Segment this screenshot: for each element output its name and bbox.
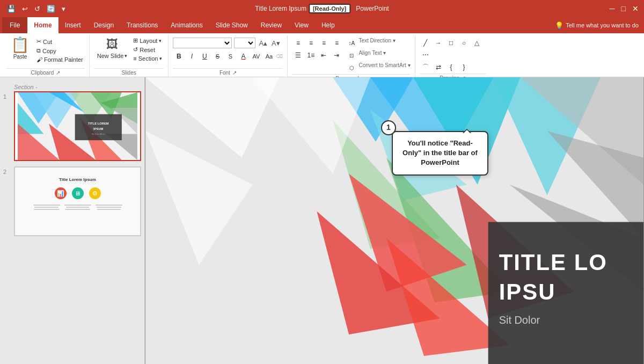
ribbon: File Home Insert Design Transitions Anim… [0,17,644,77]
callout: 1 You'll notice "Read-Only" in the title… [392,131,488,176]
slides-panel: Section - 1 [0,77,145,364]
textshadow-button[interactable]: S [224,51,236,62]
indent-dec-btn[interactable]: ⇤ [318,50,330,61]
layout-button[interactable]: ⊞ Layout ▾ [131,37,164,45]
font-top-row: A▴ A▾ [173,35,281,49]
tab-design[interactable]: Design [87,17,120,33]
indent-inc-btn[interactable]: ⇥ [331,50,342,61]
callout-text: You'll notice "Read-Only" in the title b… [402,139,478,166]
title-bar-title: Title Lorem Ipsum [Read-Only] PowerPoint [255,4,389,13]
font-expand-icon[interactable]: ↗ [232,70,237,76]
section-icon: ≡ [133,55,136,62]
tab-transitions[interactable]: Transitions [120,17,164,33]
charspacing-button[interactable]: AV [250,51,262,62]
search-prompt[interactable]: Tell me what you want to do [566,22,639,28]
paste-label: Paste [13,54,27,60]
cut-icon: ✂ [36,38,41,45]
copy-button[interactable]: ⧉ Copy [35,47,85,55]
reset-icon: ↺ [133,46,138,53]
copy-icon: ⧉ [36,47,41,54]
tab-insert[interactable]: Insert [58,17,87,33]
redo-icon[interactable]: ↺ [33,5,42,13]
text-direction-btn[interactable]: ↕A [346,38,357,48]
paste-button[interactable]: 📋 Paste [6,35,34,62]
app-name: PowerPoint [356,5,389,12]
font-size-select[interactable] [234,38,255,48]
slide1-svg: TITLE LOREM IPSUM Sit Dolor Amet [15,92,140,160]
tab-home[interactable]: Home [27,17,58,33]
decrease-font-btn[interactable]: A▾ [270,39,281,47]
slide2-number: 2 [3,166,11,175]
slide2-icon2: 🖥 [72,187,84,199]
new-slide-label: New Slide [97,53,124,59]
shape-r1-btn[interactable]: ⌒ [420,62,431,72]
section-button[interactable]: ≡ Section ▾ [131,55,164,62]
clipboard-group: 📋 Paste ✂ Cut ⧉ Copy 🖌 Format Painter [2,35,90,77]
strikethrough-button[interactable]: S [211,51,223,62]
svg-text:Sit Dolor: Sit Dolor [499,314,540,326]
svg-text:Sit Dolor Amet: Sit Dolor Amet [92,133,106,135]
undo-icon[interactable]: ↩ [20,5,30,13]
tab-help[interactable]: Help [315,17,341,33]
shape-rect-btn[interactable]: □ [445,38,457,48]
shape-arrow-btn[interactable]: → [433,38,444,48]
lightbulb-icon: 💡 [555,21,564,30]
shape-line-btn[interactable]: ╱ [420,38,431,48]
italic-button[interactable]: I [186,51,197,62]
title-bar: 💾 ↩ ↺ 🔄 ▾ Title Lorem Ipsum [Read-Only] … [0,0,644,17]
callout-number: 1 [381,120,396,135]
convert-smartart-btn[interactable]: ⬡ [346,62,357,73]
paragraph-group: ≡ ≡ ≡ ≡ ☰ 1≡ ⇤ ⇥ ↕A Text Direc [288,35,415,77]
numbering-btn[interactable]: 1≡ [305,50,317,61]
font-label: Font ↗ [173,68,283,77]
shape-r2-btn[interactable]: ⇄ [433,62,444,72]
font-clear-btn[interactable]: ⌫ [276,54,283,59]
slide1-thumbnail[interactable]: TITLE LOREM IPSUM Sit Dolor Amet [14,91,141,161]
reset-button[interactable]: ↺ Reset [131,46,164,54]
tab-review[interactable]: Review [254,17,288,33]
slide2-thumbnail[interactable]: Title Lorem Ipsum 📊 🖥 ⚙ [14,166,141,236]
close-btn[interactable]: ✕ [632,4,639,13]
justify-btn[interactable]: ≡ [331,38,342,48]
align-right-btn[interactable]: ≡ [318,38,330,48]
tab-animations[interactable]: Animations [164,17,209,33]
align-text-btn[interactable]: ⊡ [346,50,357,61]
cut-button[interactable]: ✂ Cut [35,38,85,46]
new-slide-button[interactable]: 🖼 New Slide ▾ [94,35,131,61]
slide2-col2 [64,205,91,210]
svg-text:IPSUM: IPSUM [93,127,104,130]
clipboard-expand-icon[interactable]: ↗ [56,70,60,76]
drawing-group: ╱ → □ ○ △ ⋯ ⌒ ⇄ { } Drawing [415,35,491,77]
slide2-icon3: ⚙ [89,187,101,199]
align-left-btn[interactable]: ≡ [292,38,304,48]
fontsize-direct-button[interactable]: Aa [263,51,275,62]
tab-view[interactable]: View [288,17,315,33]
title-bar-left: 💾 ↩ ↺ 🔄 ▾ [5,5,67,13]
slide2-bg: Title Lorem Ipsum 📊 🖥 ⚙ [15,168,140,235]
bold-button[interactable]: B [173,51,185,62]
underline-button[interactable]: U [199,51,210,62]
shape-circle-btn[interactable]: ○ [458,38,470,48]
bullets-btn[interactable]: ☰ [292,50,304,61]
shape-tri-btn[interactable]: △ [471,38,483,48]
fontcolor-button[interactable]: A [237,51,249,62]
maximize-btn[interactable]: □ [621,4,626,13]
format-painter-button[interactable]: 🖌 Format Painter [35,56,85,63]
shape-more-btn[interactable]: ⋯ [420,49,431,60]
shape-r4-btn[interactable]: } [458,62,470,72]
font-family-select[interactable] [173,38,232,48]
slides-label: Slides [94,68,164,77]
repeat-icon[interactable]: 🔄 [45,5,57,13]
convert-smartart-label: Convert to SmartArt ▾ [358,62,410,73]
ribbon-search-area: 💡 Tell me what you want to do [555,21,644,30]
shape-r3-btn[interactable]: { [445,62,457,72]
align-center-btn[interactable]: ≡ [305,38,317,48]
tab-file[interactable]: File [2,17,27,33]
increase-font-btn[interactable]: A▴ [258,39,268,47]
customize-qat-icon[interactable]: ▾ [60,5,67,13]
tab-slideshow[interactable]: Slide Show [209,17,254,33]
save-icon[interactable]: 💾 [5,5,17,13]
format-painter-icon: 🖌 [36,56,42,63]
minimize-btn[interactable]: ─ [610,4,615,13]
clipboard-sub: ✂ Cut ⧉ Copy 🖌 Format Painter [35,35,85,63]
